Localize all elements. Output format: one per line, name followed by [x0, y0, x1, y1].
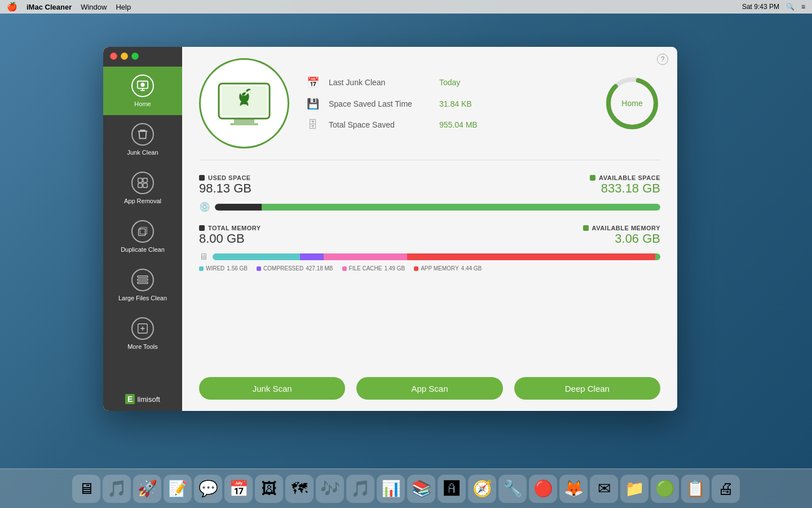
space-saved-label: Space Saved Last Time — [329, 99, 430, 108]
dock-notes[interactable]: 📝 — [164, 475, 192, 503]
memory-legend: WIRED 1.56 GB COMPRESSED 427.18 MB FILE … — [199, 265, 660, 271]
wired-value: 1.56 GB — [227, 265, 248, 271]
dock-calendar[interactable]: 📅 — [224, 475, 253, 503]
legend-wired: WIRED 1.56 GB — [199, 265, 248, 271]
svg-rect-7 — [143, 183, 147, 187]
used-space-value: 98.13 GB — [199, 181, 251, 196]
sidebar-item-junk-clean[interactable]: Junk Clean — [103, 115, 182, 164]
sidebar-app-removal-label: App Removal — [124, 198, 161, 204]
menubar-time: Sat 9:43 PM — [742, 3, 779, 11]
file-cache-value: 1.49 GB — [384, 265, 405, 271]
legend-compressed: COMPRESSED 427.18 MB — [257, 265, 333, 271]
dock-extra2[interactable]: 🖨 — [712, 475, 740, 503]
dock-appstore[interactable]: 🅰 — [438, 475, 466, 503]
memory-bar-container: 🖥 — [199, 252, 660, 262]
home-ring-label: Home — [621, 99, 642, 108]
memory-icon: 🖥 — [199, 252, 208, 262]
action-buttons: Junk Scan App Scan Deep Clean — [199, 368, 660, 400]
last-junk-clean-label: Last Junk Clean — [329, 78, 430, 87]
large-files-icon — [131, 269, 154, 291]
duplicate-clean-icon — [131, 220, 154, 243]
storage-bar-container: 💿 — [199, 202, 660, 212]
stat-row-total-space: 🗄 Total Space Saved 955.04 MB — [306, 119, 587, 131]
sidebar-large-files-label: Large Files Clean — [118, 295, 167, 301]
total-memory-label: TOTAL MEMORY — [208, 225, 261, 231]
memory-filecache-bar — [324, 253, 407, 260]
storage-bar — [215, 204, 660, 211]
dock-launchpad[interactable]: 🚀 — [133, 475, 161, 503]
dock-stats[interactable]: 📊 — [377, 475, 405, 503]
apple-logo-icon[interactable]: 🍎 — [7, 2, 17, 12]
svg-rect-15 — [234, 119, 254, 123]
top-section: 📅 Last Junk Clean Today 💾 Space Saved La… — [199, 58, 660, 160]
dock-finder[interactable]: 🖥 — [72, 475, 100, 503]
available-memory-value: 3.06 GB — [583, 231, 660, 246]
sidebar-item-large-files-clean[interactable]: Large Files Clean — [103, 261, 182, 309]
help-button[interactable]: ? — [657, 54, 668, 65]
menu-window[interactable]: Window — [81, 3, 107, 11]
sidebar-item-app-removal[interactable]: App Removal — [103, 164, 182, 212]
sidebar-item-duplicate-clean[interactable]: Duplicate Clean — [103, 212, 182, 261]
window-controls — [110, 52, 139, 60]
compressed-dot — [257, 266, 261, 271]
svg-rect-12 — [138, 282, 148, 284]
dock-photos[interactable]: 🖼 — [255, 475, 283, 503]
dock-itunes[interactable]: 🎵 — [346, 475, 374, 503]
svg-rect-10 — [138, 276, 148, 278]
app-memory-value: 4.44 GB — [461, 265, 482, 271]
memory-bar — [213, 253, 660, 260]
minimize-button[interactable] — [121, 52, 128, 60]
sidebar-home-label: Home — [134, 100, 151, 107]
svg-rect-6 — [138, 183, 142, 187]
available-memory-label: AVAILABLE MEMORY — [592, 225, 660, 231]
dock-files[interactable]: 📁 — [620, 475, 648, 503]
dock-terminal[interactable]: 🔧 — [498, 475, 527, 503]
junk-clean-icon — [131, 123, 154, 146]
dock-maps[interactable]: 🗺 — [285, 475, 314, 503]
home-icon — [131, 75, 154, 97]
close-button[interactable] — [110, 52, 117, 60]
available-space-value: 833.18 GB — [590, 181, 660, 196]
search-icon[interactable]: 🔍 — [786, 3, 795, 11]
svg-rect-5 — [143, 178, 147, 182]
file-cache-dot — [342, 266, 347, 271]
logo-e: E — [125, 394, 135, 404]
used-dot — [199, 175, 205, 181]
total-memory-dot — [199, 225, 205, 231]
main-content: ? 📅 — [182, 47, 677, 411]
dock-music[interactable]: 🎶 — [316, 475, 344, 503]
logo-text: limisoft — [137, 395, 160, 404]
dock-safari[interactable]: 🧭 — [468, 475, 496, 503]
dock-extra1[interactable]: 📋 — [681, 475, 709, 503]
total-space-label: Total Space Saved — [329, 120, 430, 129]
sidebar-item-home[interactable]: Home — [103, 67, 182, 115]
mascot-circle — [199, 58, 289, 148]
memory-compressed-bar — [300, 253, 324, 260]
memory-section: TOTAL MEMORY 8.00 GB AVAILABLE MEMORY 3.… — [199, 225, 660, 271]
menu-help[interactable]: Help — [116, 3, 131, 11]
dock-books[interactable]: 📚 — [407, 475, 435, 503]
app-scan-button[interactable]: App Scan — [356, 377, 502, 400]
junk-scan-button[interactable]: Junk Scan — [199, 377, 345, 400]
menubar: 🍎 iMac Cleaner Window Help Sat 9:43 PM 🔍… — [0, 0, 812, 14]
compressed-label: COMPRESSED — [263, 265, 303, 271]
sidebar-item-more-tools[interactable]: More Tools — [103, 309, 182, 358]
deep-clean-button[interactable]: Deep Clean — [514, 377, 660, 400]
sidebar-more-tools-label: More Tools — [127, 343, 158, 350]
dock-firefox[interactable]: 🦊 — [559, 475, 588, 503]
dock-messages[interactable]: 💬 — [194, 475, 222, 503]
dock-imac-cleaner[interactable]: 🟢 — [651, 475, 679, 503]
total-space-value: 955.04 MB — [439, 120, 478, 129]
svg-point-3 — [141, 83, 144, 86]
svg-rect-4 — [138, 178, 142, 182]
sidebar-junk-clean-label: Junk Clean — [127, 149, 158, 156]
stat-row-space-saved: 💾 Space Saved Last Time 31.84 KB — [306, 98, 587, 110]
stat-row-last-clean: 📅 Last Junk Clean Today — [306, 76, 587, 89]
maximize-button[interactable] — [131, 52, 139, 60]
control-center-icon[interactable]: ≡ — [801, 3, 805, 11]
dock-mail[interactable]: ✉ — [590, 475, 618, 503]
dock-siri[interactable]: 🎵 — [103, 475, 131, 503]
app-memory-label: APP MEMORY — [421, 265, 458, 271]
dock-avast[interactable]: 🔴 — [529, 475, 557, 503]
wired-dot — [199, 266, 204, 271]
